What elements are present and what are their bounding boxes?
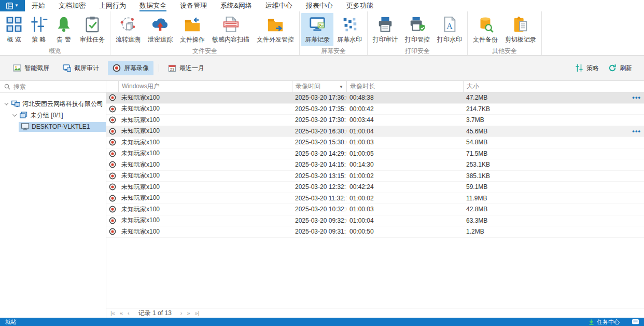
ribbon-button-screen-watermark[interactable]: 屏幕水印 bbox=[333, 13, 366, 46]
menu-item-ops-center[interactable]: 运维中心 bbox=[265, 0, 292, 11]
menubar: ▼ 开始 文档加密 上网行为 数据安全 设备管理 系统&网络 运维中心 报表中心… bbox=[0, 0, 644, 11]
screenshot-audit-button[interactable]: 截屏审计 bbox=[58, 61, 104, 75]
policy-filter-icon bbox=[575, 64, 583, 72]
menu-item-report-center[interactable]: 报表中心 bbox=[306, 0, 333, 11]
computer-icon bbox=[21, 123, 30, 131]
menu-item-doc-encrypt[interactable]: 文档加密 bbox=[59, 0, 86, 11]
download-arrow-icon bbox=[589, 319, 594, 325]
menu-items: 开始 文档加密 上网行为 数据安全 设备管理 系统&网络 运维中心 报表中心 更… bbox=[25, 0, 380, 11]
ribbon-button-print-audit[interactable]: 打印审计 bbox=[369, 13, 401, 46]
company-computers-icon bbox=[11, 100, 20, 108]
screen-watermark-icon bbox=[341, 16, 358, 33]
menu-item-system-network[interactable]: 系统&网络 bbox=[220, 0, 252, 11]
table-row[interactable]: 未知玩家x100 2025-03-20 09:32:03 01:00:04 63… bbox=[106, 215, 644, 227]
smart-screenshot-button[interactable]: 智能截屏 bbox=[8, 61, 54, 75]
search-box[interactable] bbox=[0, 81, 106, 93]
policy-sliders-icon bbox=[30, 16, 48, 33]
menu-item-data-security[interactable]: 数据安全 bbox=[139, 0, 166, 11]
table-row[interactable]: 未知玩家x100 2025-03-20 16:30:07 01:00:04 45… bbox=[106, 126, 644, 138]
header-icon-column bbox=[106, 81, 118, 92]
tree-item-ungrouped[interactable]: 未分组 [0/1] bbox=[0, 110, 106, 121]
record-dot-icon bbox=[109, 105, 116, 113]
overview-grid-icon bbox=[5, 16, 23, 33]
ribbon-button-print-watermark[interactable]: A 打印水印 bbox=[433, 13, 466, 46]
page-first-button[interactable]: |« bbox=[110, 310, 115, 316]
header-size[interactable]: 大小 bbox=[463, 81, 644, 92]
refresh-button[interactable]: 刷新 bbox=[605, 61, 636, 75]
record-dot-icon bbox=[109, 228, 116, 235]
table-row[interactable]: 未知玩家x100 2025-03-20 11:32:11 01:00:02 11… bbox=[106, 193, 644, 205]
statusbar: 就绪 任务中心 bbox=[0, 318, 644, 326]
table-row[interactable]: 未知玩家x100 2025-03-20 13:15:14 01:00:02 38… bbox=[106, 171, 644, 182]
table-row[interactable]: 未知玩家x100 2025-03-20 17:30:12 00:03:44 3.… bbox=[106, 115, 644, 126]
app-menu-button[interactable]: ▼ bbox=[0, 0, 25, 11]
page-fast-prev-button[interactable]: « bbox=[120, 310, 123, 316]
table-row[interactable]: 未知玩家x100 2025-03-20 14:29:59 01:00:05 71… bbox=[106, 148, 644, 160]
tree-item-company[interactable]: 河北安固云网络科技有限公司 [0/1] bbox=[0, 98, 106, 110]
record-dot-icon bbox=[109, 217, 116, 224]
page-prev-button[interactable]: ‹ bbox=[128, 310, 130, 316]
task-monitor-icon[interactable] bbox=[632, 319, 639, 324]
ribbon-button-file-operation[interactable]: 文件操作 bbox=[176, 13, 208, 46]
ribbon-button-screen-record[interactable]: 屏幕记录 bbox=[301, 13, 333, 46]
tree-item-desktop-vlktle1[interactable]: DESKTOP-VLKTLE1 bbox=[0, 121, 106, 132]
record-dot-icon bbox=[109, 116, 116, 124]
print-control-icon bbox=[409, 16, 426, 33]
menu-item-device-mgmt[interactable]: 设备管理 bbox=[180, 0, 207, 11]
approval-clipboard-icon bbox=[83, 16, 101, 33]
menu-item-more[interactable]: 更多功能 bbox=[346, 0, 373, 11]
record-dot-icon bbox=[109, 161, 116, 168]
table-row[interactable]: 未知玩家x100 2025-03-20 17:35:14 00:00:42 21… bbox=[106, 104, 644, 115]
print-audit-icon bbox=[376, 16, 394, 33]
chevron-down-icon[interactable] bbox=[2, 102, 9, 105]
ribbon-button-file-outgoing[interactable]: 文件外发管控 bbox=[253, 13, 298, 46]
ribbon-button-policy[interactable]: 策 略 bbox=[26, 13, 51, 46]
app-window: ▼ 开始 文档加密 上网行为 数据安全 设备管理 系统&网络 运维中心 报表中心… bbox=[0, 0, 644, 326]
header-record-time[interactable]: 录像时间▼ bbox=[292, 81, 346, 92]
group-computers-icon bbox=[20, 112, 29, 119]
toolbar-separator bbox=[159, 64, 159, 72]
menu-item-web-behavior[interactable]: 上网行为 bbox=[99, 0, 126, 11]
ribbon-button-sensitive-scan[interactable]: 敏感内容扫描 bbox=[208, 13, 253, 46]
table-row[interactable]: 未知玩家x100 2025-03-20 14:15:16 00:14:30 25… bbox=[106, 159, 644, 171]
screen-video-record-icon bbox=[113, 64, 121, 72]
app-menu-icon bbox=[6, 3, 13, 9]
ribbon-button-approval-tasks[interactable]: 审批任务 bbox=[76, 13, 108, 46]
ribbon-button-print-control[interactable]: 打印管控 bbox=[401, 13, 433, 46]
row-actions-button[interactable]: ••• bbox=[632, 94, 641, 101]
table-row[interactable]: 未知玩家x100 2025-03-20 12:32:13 00:42:24 59… bbox=[106, 182, 644, 193]
ribbon-button-leak-trace[interactable]: 泄密追踪 bbox=[144, 13, 176, 46]
task-center-button[interactable]: 任务中心 bbox=[597, 318, 620, 326]
recordings-table: Windows用户 录像时间▼ 录像时长 大小 未知玩家x100 2025-03… bbox=[106, 81, 644, 318]
header-windows-user[interactable]: Windows用户 bbox=[118, 81, 292, 92]
print-watermark-icon: A bbox=[441, 16, 458, 33]
ribbon-button-alert[interactable]: 告 警 bbox=[51, 13, 76, 46]
header-record-duration[interactable]: 录像时长 bbox=[346, 81, 463, 92]
table-row[interactable]: 未知玩家x100 2025-03-20 10:32:07 01:00:03 42… bbox=[106, 204, 644, 215]
leak-trace-cloud-icon bbox=[151, 16, 169, 33]
table-row[interactable]: 未知玩家x100 2025-03-20 17:36:09 00:48:38 47… bbox=[106, 92, 644, 104]
file-outgoing-folder-icon bbox=[267, 16, 284, 33]
calendar-23-icon: 23 bbox=[168, 64, 176, 72]
search-input[interactable] bbox=[13, 83, 102, 90]
ribbon-group-screen-security: 屏幕记录 屏幕水印 屏幕安全 bbox=[300, 11, 368, 55]
page-fast-next-button[interactable]: » bbox=[187, 310, 190, 316]
ribbon-button-flow-trace[interactable]: 流转追溯 bbox=[112, 13, 144, 46]
policy-button[interactable]: 策略 bbox=[571, 61, 603, 75]
menu-item-start[interactable]: 开始 bbox=[32, 0, 45, 11]
table-row[interactable]: 未知玩家x100 2025-03-20 15:30:04 01:00:03 54… bbox=[106, 137, 644, 148]
ribbon-button-file-backup[interactable]: 文件备份 bbox=[469, 13, 501, 46]
row-actions-button[interactable]: ••• bbox=[632, 128, 641, 135]
status-ready-label: 就绪 bbox=[5, 318, 17, 326]
sort-caret-icon[interactable]: ▼ bbox=[339, 82, 343, 92]
sensitive-scan-icon bbox=[222, 16, 240, 33]
recent-month-button[interactable]: 23 最近一月 bbox=[163, 61, 209, 75]
page-info: 记录 1 of 13 bbox=[138, 309, 172, 318]
screen-recording-button[interactable]: 屏幕录像 bbox=[108, 61, 153, 75]
chevron-down-icon[interactable] bbox=[10, 114, 18, 117]
page-next-button[interactable]: › bbox=[180, 310, 183, 316]
page-last-button[interactable]: »| bbox=[195, 310, 200, 316]
ribbon-button-overview[interactable]: 概 览 bbox=[2, 13, 26, 46]
table-row[interactable]: 未知玩家x100 2025-03-20 09:31:12 00:00:50 1.… bbox=[106, 226, 644, 238]
ribbon-button-clipboard-record[interactable]: 剪切板记录 bbox=[501, 13, 540, 46]
